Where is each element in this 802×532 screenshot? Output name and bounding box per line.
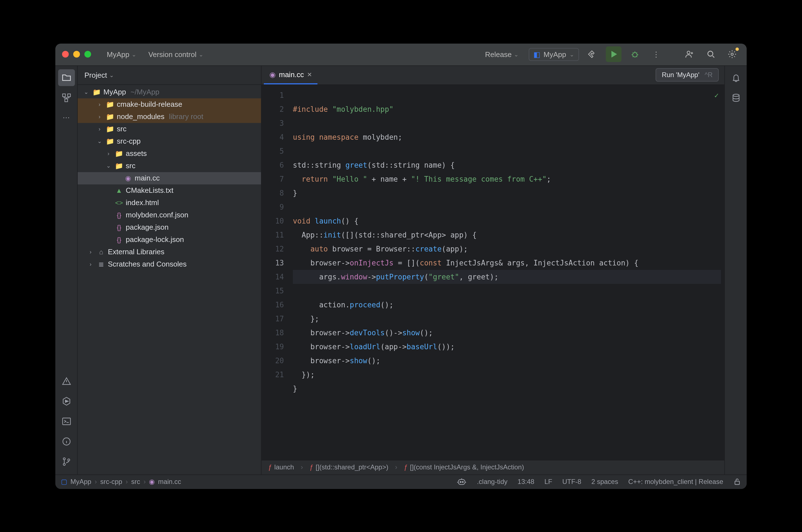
tree-row[interactable]: ⌄📁src [78, 159, 261, 172]
json-icon: {} [115, 223, 123, 232]
panel-title-label: Project [84, 71, 107, 79]
more-tools-button[interactable]: ⋯ [58, 109, 75, 126]
tree-row[interactable]: <>index.html [78, 196, 261, 209]
play-icon [610, 50, 617, 58]
chevron-down-icon: ⌄ [199, 51, 203, 57]
editor-breadcrumb: ƒ launch › ƒ [](std::shared_ptr<App>) › … [262, 460, 724, 474]
tree-row[interactable]: {}package.json [78, 221, 261, 233]
database-button[interactable] [727, 89, 744, 106]
build-type-label: Release [485, 50, 512, 58]
folder-icon: 📁 [106, 112, 115, 121]
json-icon: {} [115, 235, 123, 244]
notifications-button[interactable] [727, 69, 744, 86]
indent-info[interactable]: 2 spaces [591, 478, 618, 486]
services-tool-button[interactable] [58, 393, 75, 409]
vcs-menu[interactable]: Version control ⌄ [144, 48, 208, 61]
readonly-toggle[interactable] [733, 478, 741, 486]
terminal-tool-button[interactable] [58, 413, 75, 430]
svg-point-14 [460, 481, 461, 482]
crumb-lambda-1[interactable]: ƒ [](std::shared_ptr<App>) [310, 463, 388, 471]
json-icon: {} [115, 210, 123, 219]
tree-arrow-icon: › [96, 113, 103, 119]
tree-row[interactable]: ⌄📁src-cpp [78, 135, 261, 147]
caret-position[interactable]: 13:48 [517, 478, 534, 486]
tree-arrow-icon: › [96, 126, 103, 132]
assist-icon[interactable] [457, 478, 467, 486]
function-icon: ƒ [268, 463, 272, 471]
code-with-me-button[interactable] [682, 46, 698, 62]
editor-tabs: ◉ main.cc × Run 'MyApp' ^R ⋮ [262, 66, 724, 85]
folder-icon: 📁 [106, 124, 115, 133]
svg-point-11 [68, 458, 69, 460]
run-button[interactable] [606, 46, 622, 62]
minimize-window-button[interactable] [73, 51, 80, 58]
run-config-select[interactable]: ◧ MyApp ⌄ [529, 48, 579, 61]
cpp-file-icon: ◉ [269, 70, 275, 78]
tree-row[interactable]: ›📁cmake-build-release [78, 98, 261, 110]
close-window-button[interactable] [62, 51, 69, 58]
encoding[interactable]: UTF-8 [562, 478, 581, 486]
tree-row[interactable]: ›📁assets [78, 147, 261, 159]
project-menu-label: MyApp [107, 50, 129, 58]
folder-icon [61, 72, 71, 82]
close-tab-button[interactable]: × [307, 70, 312, 79]
build-context[interactable]: C++: molybden_client | Release [628, 478, 723, 486]
tab-label: main.cc [279, 70, 304, 78]
terminal-icon [62, 417, 71, 425]
tree-arrow-icon: › [87, 249, 94, 255]
project-panel-title[interactable]: Project ⌄ [84, 71, 114, 79]
left-tool-strip: ⋯ [55, 66, 78, 474]
html-icon: <> [115, 198, 123, 207]
cpp-file-icon: ◉ [149, 478, 155, 486]
code-editor[interactable]: ✓#include "molybden.hpp" using namespace… [289, 85, 724, 460]
tree-row[interactable]: ›≣Scratches and Consoles [78, 258, 261, 270]
more-vertical-icon: ⋮ [652, 50, 660, 58]
tab-main-cc[interactable]: ◉ main.cc × [264, 66, 318, 84]
svg-point-10 [63, 463, 65, 465]
clang-tidy-status[interactable]: .clang-tidy [477, 478, 508, 486]
tree-row[interactable]: {}molybden.conf.json [78, 209, 261, 221]
editor-body: 123456789101112131415161718192021 ✓#incl… [262, 85, 724, 460]
build-button[interactable] [585, 46, 600, 62]
folder-icon: 📁 [92, 88, 101, 96]
project-tree[interactable]: ⌄📁MyApp~/MyApp›📁cmake-build-release›📁nod… [78, 85, 261, 474]
maximize-window-button[interactable] [84, 51, 91, 58]
vcs-menu-label: Version control [148, 50, 196, 58]
window-controls [62, 51, 91, 58]
run-more-button[interactable]: ⋮ [648, 46, 664, 62]
debug-button[interactable] [627, 46, 643, 62]
notification-dot [736, 48, 739, 51]
gear-icon [728, 50, 737, 59]
structure-tool-button[interactable] [58, 89, 75, 106]
svg-rect-5 [68, 94, 70, 96]
svg-point-3 [731, 53, 733, 55]
problems-tool-button[interactable] [58, 373, 75, 389]
vcs-tool-button[interactable] [58, 453, 75, 470]
status-path[interactable]: ▢ MyApp › src-cpp › src › ◉ main.cc [61, 478, 181, 486]
crumb-launch[interactable]: ƒ launch [268, 463, 294, 471]
lib-icon: ⌂ [97, 247, 106, 256]
tree-row[interactable]: ›📁src [78, 123, 261, 135]
tree-arrow-icon: ⌄ [96, 138, 103, 144]
function-icon: ƒ [310, 463, 313, 471]
tree-row[interactable]: ›📁node_moduleslibrary root [78, 110, 261, 123]
project-tool-button[interactable] [58, 69, 75, 86]
tree-row-root[interactable]: ⌄📁MyApp~/MyApp [78, 86, 261, 98]
chevron-down-icon: ⌄ [570, 51, 574, 57]
tree-row[interactable]: ›⌂External Libraries [78, 246, 261, 258]
search-everywhere-button[interactable] [703, 46, 719, 62]
line-separator[interactable]: LF [545, 478, 552, 486]
tree-row[interactable]: ◉main.cc [78, 172, 261, 184]
settings-button[interactable] [724, 46, 740, 62]
tree-row[interactable]: {}package-lock.json [78, 233, 261, 246]
build-type-select[interactable]: Release ⌄ [481, 48, 523, 61]
project-menu[interactable]: MyApp ⌄ [102, 48, 140, 61]
target-square-icon: ◧ [533, 50, 540, 58]
tree-arrow-icon: › [87, 261, 94, 267]
svg-rect-6 [64, 99, 68, 101]
cmake-icon: ▲ [115, 186, 123, 195]
tree-row[interactable]: ▲CMakeLists.txt [78, 184, 261, 196]
inspection-tool-button[interactable] [58, 433, 75, 450]
tooltip-label: Run 'MyApp' [662, 71, 700, 78]
crumb-lambda-2[interactable]: ƒ [](const InjectJsArgs &, InjectJsActio… [404, 463, 524, 471]
